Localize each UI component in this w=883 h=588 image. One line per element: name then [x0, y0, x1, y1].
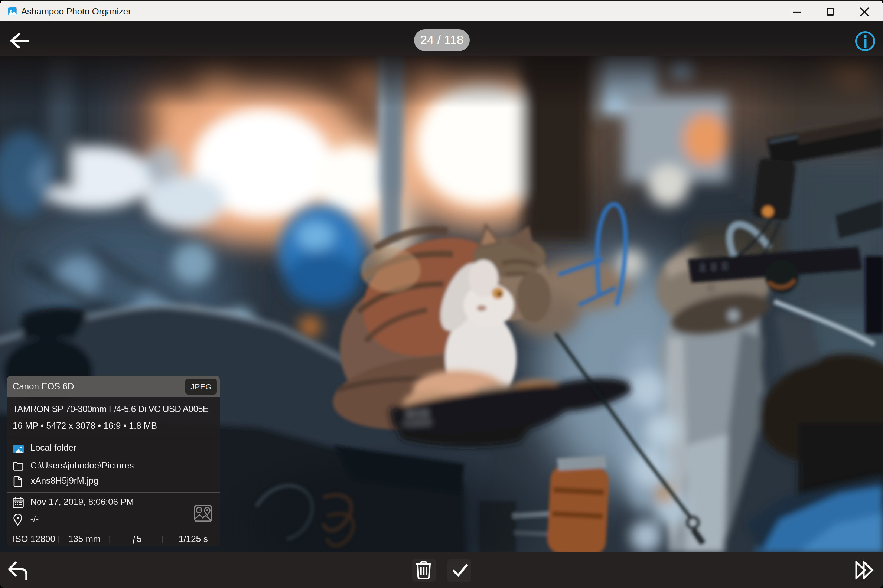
svg-text:富士达: 富士达 [406, 408, 429, 418]
